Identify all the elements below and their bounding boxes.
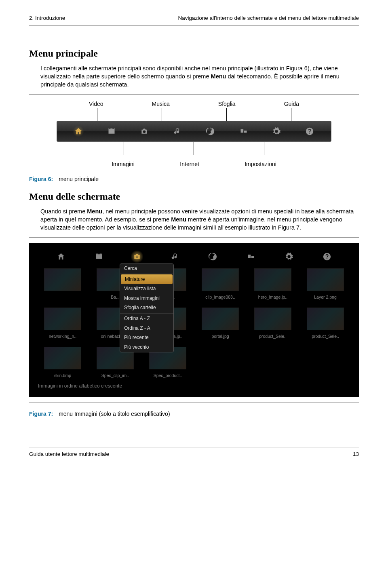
status-line: Immagini in ordine alfabetico crescente bbox=[36, 383, 352, 390]
main-menu-paragraph: I collegamenti alle schermate principali… bbox=[40, 64, 359, 89]
dd-piu-vecchio[interactable]: Più vecchio bbox=[120, 342, 173, 352]
header-title: Navigazione all'interno delle schermate … bbox=[178, 15, 359, 22]
home-icon[interactable] bbox=[55, 251, 67, 263]
divider bbox=[29, 403, 359, 403]
thumb[interactable] bbox=[39, 268, 86, 299]
dd-ordina-az[interactable]: Ordina A - Z bbox=[120, 314, 173, 324]
menu-bar bbox=[57, 121, 331, 142]
thumb[interactable]: skin.bmp bbox=[39, 347, 86, 378]
page-footer: Guida utente lettore multimediale 13 bbox=[29, 447, 359, 458]
dd-mostra-immagini[interactable]: Mostra immagini bbox=[120, 293, 173, 303]
globe-icon[interactable] bbox=[207, 251, 219, 263]
footer-page-number: 13 bbox=[353, 451, 359, 458]
screen-menu-paragraph: Quando si preme Menu, nel menu principal… bbox=[40, 207, 359, 232]
section-title-screen-menu: Menu delle schermate bbox=[29, 190, 359, 203]
camera-icon[interactable] bbox=[131, 251, 143, 263]
home-icon[interactable] bbox=[73, 126, 84, 137]
divider bbox=[29, 237, 359, 238]
thumb[interactable]: Layer 2.png bbox=[302, 268, 349, 299]
dd-visualizza-lista[interactable]: Visualizza lista bbox=[120, 284, 173, 294]
gear-icon[interactable] bbox=[271, 126, 282, 137]
gear-icon[interactable] bbox=[283, 251, 295, 263]
figure7-screenshot: Cerca Miniature Visualizza lista Mostra … bbox=[29, 243, 359, 397]
thumb[interactable]: networking_n.. bbox=[39, 308, 86, 339]
music-icon[interactable] bbox=[172, 126, 183, 137]
thumb[interactable]: product_Sele.. bbox=[249, 308, 297, 339]
dd-piu-recente[interactable]: Più recente bbox=[120, 333, 173, 343]
dd-ordina-za[interactable]: Ordina Z - A bbox=[120, 323, 173, 333]
music-icon[interactable] bbox=[169, 251, 181, 263]
video-icon[interactable] bbox=[106, 126, 117, 137]
thumb[interactable]: portal.jpg bbox=[196, 308, 244, 339]
header-section: 2. Introduzione bbox=[29, 15, 65, 22]
running-header: 2. Introduzione Navigazione all'interno … bbox=[29, 15, 359, 26]
ss2-menu-bar bbox=[36, 251, 352, 267]
help-icon[interactable] bbox=[304, 126, 315, 137]
menu-labels-bottom: Immagini Internet Impostazioni bbox=[89, 160, 299, 168]
thumb[interactable]: clip_image003.. bbox=[196, 268, 244, 299]
divider bbox=[29, 94, 359, 95]
thumb[interactable]: hero_image.jp.. bbox=[249, 268, 297, 299]
thumbnail-grid: Ba... ...e003.. clip_image003.. hero_ima… bbox=[36, 267, 352, 380]
browse-icon[interactable] bbox=[245, 251, 257, 263]
camera-icon[interactable] bbox=[139, 126, 150, 137]
video-icon[interactable] bbox=[93, 251, 105, 263]
footer-doc-title: Guida utente lettore multimediale bbox=[29, 451, 109, 458]
dd-cerca[interactable]: Cerca bbox=[120, 264, 173, 274]
dd-miniature[interactable]: Miniature bbox=[121, 274, 173, 284]
dd-sfoglia-cartelle[interactable]: Sfoglia cartelle bbox=[120, 303, 173, 313]
browse-icon[interactable] bbox=[238, 126, 249, 137]
thumb[interactable]: product_Sele.. bbox=[302, 308, 349, 339]
section-title-main-menu: Menu principale bbox=[29, 47, 359, 60]
figure6-caption: Figura 6:menu principale bbox=[29, 175, 359, 183]
image-context-menu: Cerca Miniature Visualizza lista Mostra … bbox=[120, 263, 174, 352]
figure7-caption: Figura 7:menu Immagini (solo a titolo es… bbox=[29, 410, 359, 418]
help-icon[interactable] bbox=[321, 251, 333, 263]
globe-icon[interactable] bbox=[205, 126, 216, 137]
menu-labels-top: Video Musica Sfoglia Guida bbox=[65, 100, 323, 108]
